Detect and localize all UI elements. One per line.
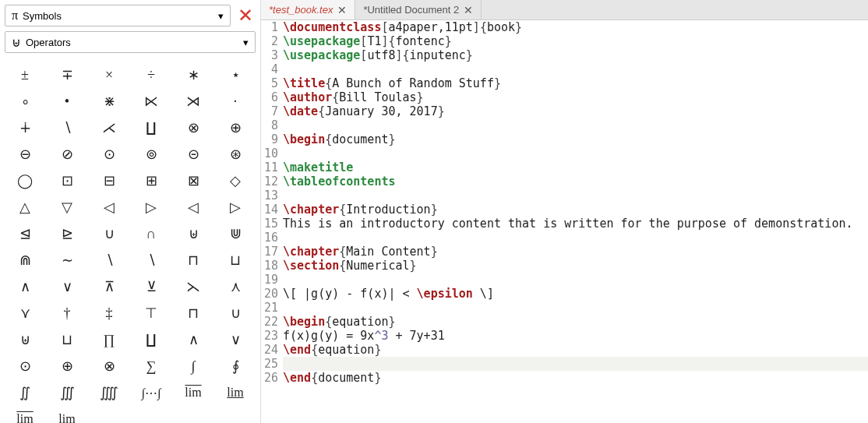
- symbol-item[interactable]: ◯: [5, 168, 45, 193]
- symbol-item[interactable]: ◇: [215, 168, 256, 193]
- operators-dropdown[interactable]: ⊎ Operators ▾: [5, 31, 256, 53]
- symbol-item[interactable]: ∔: [5, 115, 45, 140]
- symbol-item[interactable]: ∩: [131, 221, 171, 246]
- tab-close-icon[interactable]: ✕: [464, 4, 473, 16]
- symbol-item[interactable]: ∫⋯∫: [131, 380, 171, 405]
- code-line[interactable]: \usepackage[T1]{fontenc}: [283, 34, 868, 48]
- symbol-item[interactable]: ⊘: [47, 142, 87, 167]
- symbols-dropdown[interactable]: π Symbols ▾: [5, 5, 231, 26]
- symbol-item[interactable]: ∪: [215, 301, 256, 326]
- symbol-item[interactable]: ⊔: [215, 248, 256, 273]
- symbol-item[interactable]: ±: [5, 62, 45, 87]
- symbol-item[interactable]: ∨: [215, 327, 256, 352]
- symbol-item[interactable]: lim: [173, 380, 213, 405]
- symbol-item[interactable]: ∧: [173, 327, 213, 352]
- symbol-item[interactable]: ∼: [47, 248, 87, 273]
- code-line[interactable]: [283, 189, 868, 203]
- code-line[interactable]: \usepackage[utf8]{inputenc}: [283, 48, 868, 62]
- code-line[interactable]: \title{A Bunch of Random Stuff}: [283, 76, 868, 90]
- symbol-item[interactable]: ⊝: [173, 142, 213, 167]
- symbol-item[interactable]: ⊚: [131, 142, 171, 167]
- symbol-item[interactable]: ∖: [131, 248, 171, 273]
- tab-close-icon[interactable]: ✕: [337, 4, 347, 16]
- code-line[interactable]: \section{Numerical}: [283, 259, 868, 273]
- symbol-item[interactable]: ∪: [89, 221, 129, 246]
- symbol-item[interactable]: ⊕: [47, 354, 87, 379]
- symbol-item[interactable]: ⊞: [131, 168, 171, 193]
- code-line[interactable]: [283, 357, 868, 371]
- symbol-item[interactable]: ⊕: [215, 115, 256, 140]
- symbol-item[interactable]: •: [47, 89, 87, 114]
- code-line[interactable]: \end{document}: [283, 371, 868, 385]
- close-icon[interactable]: ✕: [235, 5, 256, 26]
- symbol-item[interactable]: ⊛: [215, 142, 256, 167]
- symbol-item[interactable]: ⋆: [215, 62, 256, 87]
- symbol-item[interactable]: ÷: [131, 62, 171, 87]
- code-line[interactable]: [283, 301, 868, 315]
- symbol-item[interactable]: ⋇: [89, 89, 129, 114]
- symbol-item[interactable]: ∨: [47, 274, 87, 299]
- editor-tab[interactable]: *Untitled Document 2✕: [355, 0, 482, 19]
- symbol-item[interactable]: ⊻: [131, 274, 171, 299]
- symbol-item[interactable]: ⋎: [5, 301, 45, 326]
- symbol-item[interactable]: ⨌: [89, 380, 129, 405]
- editor-tab[interactable]: *test_book.tex✕: [261, 0, 355, 19]
- code-editor[interactable]: 1234567891011121314151617181920212223242…: [261, 20, 868, 423]
- code-line[interactable]: [283, 231, 868, 245]
- symbol-item[interactable]: ⊠: [173, 168, 213, 193]
- symbol-item[interactable]: ▷: [215, 195, 256, 220]
- symbol-item[interactable]: †: [47, 301, 87, 326]
- code-line[interactable]: [283, 273, 868, 287]
- code-lines[interactable]: \documentclass[a4paper,11pt]{book}\usepa…: [283, 20, 868, 423]
- code-line[interactable]: \maketitle: [283, 160, 868, 174]
- code-line[interactable]: [283, 118, 868, 132]
- symbol-item[interactable]: ⊤: [131, 301, 171, 326]
- symbol-item[interactable]: ‡: [89, 301, 129, 326]
- symbol-item[interactable]: ⊎: [173, 221, 213, 246]
- code-line[interactable]: \begin{document}: [283, 132, 868, 146]
- symbol-item[interactable]: ⊖: [5, 142, 45, 167]
- symbol-item[interactable]: ∑: [131, 354, 171, 379]
- code-line[interactable]: \chapter{Introduction}: [283, 203, 868, 217]
- code-line[interactable]: \[ |g(y) - f(x)| < \epsilon \]: [283, 287, 868, 301]
- symbol-item[interactable]: ⋉: [131, 89, 171, 114]
- code-line[interactable]: \tableofcontents: [283, 174, 868, 189]
- symbol-item[interactable]: ·: [215, 89, 256, 114]
- symbol-item[interactable]: ▷: [131, 195, 171, 220]
- code-line[interactable]: f(x)g(y) = 9x^3 + 7y+31: [283, 329, 868, 343]
- symbol-item[interactable]: ◁: [89, 195, 129, 220]
- symbol-item[interactable]: ⊼: [89, 274, 129, 299]
- symbol-item[interactable]: ⊗: [173, 115, 213, 140]
- symbol-item[interactable]: ∓: [47, 62, 87, 87]
- symbol-item[interactable]: ⋓: [215, 221, 256, 246]
- symbol-item[interactable]: ∏: [89, 327, 129, 352]
- symbol-item[interactable]: ∘: [5, 89, 45, 114]
- code-line[interactable]: \author{Bill Toulas}: [283, 90, 868, 104]
- code-line[interactable]: \chapter{Main Content}: [283, 245, 868, 259]
- symbol-item[interactable]: ∖: [47, 115, 87, 140]
- symbol-item[interactable]: ▽: [47, 195, 87, 220]
- symbol-item[interactable]: ⋌: [89, 115, 129, 140]
- symbol-item[interactable]: ∮: [215, 354, 256, 379]
- symbol-item[interactable]: ⊙: [89, 142, 129, 167]
- code-line[interactable]: This is an introductory content that is …: [283, 217, 868, 231]
- symbol-item[interactable]: ∫: [173, 354, 213, 379]
- symbol-item[interactable]: ⊓: [173, 248, 213, 273]
- symbol-item[interactable]: ⊵: [47, 221, 87, 246]
- symbol-item[interactable]: ⊎: [5, 327, 45, 352]
- symbol-item[interactable]: ⊗: [89, 354, 129, 379]
- symbol-item[interactable]: △: [5, 195, 45, 220]
- symbol-item[interactable]: ∐: [131, 115, 171, 140]
- symbol-item[interactable]: ∭: [47, 380, 87, 405]
- code-line[interactable]: \date{January 30, 2017}: [283, 104, 868, 118]
- symbol-item[interactable]: ⋊: [173, 89, 213, 114]
- symbol-item[interactable]: ⊓: [173, 301, 213, 326]
- symbol-item[interactable]: ∖: [89, 248, 129, 273]
- symbol-item[interactable]: lim: [5, 407, 45, 423]
- symbol-item[interactable]: ⋏: [215, 274, 256, 299]
- code-line[interactable]: [283, 62, 868, 76]
- symbol-item[interactable]: ⋒: [5, 248, 45, 273]
- code-line[interactable]: \end{equation}: [283, 343, 868, 357]
- symbol-item[interactable]: ⊟: [89, 168, 129, 193]
- symbol-item[interactable]: ⊡: [47, 168, 87, 193]
